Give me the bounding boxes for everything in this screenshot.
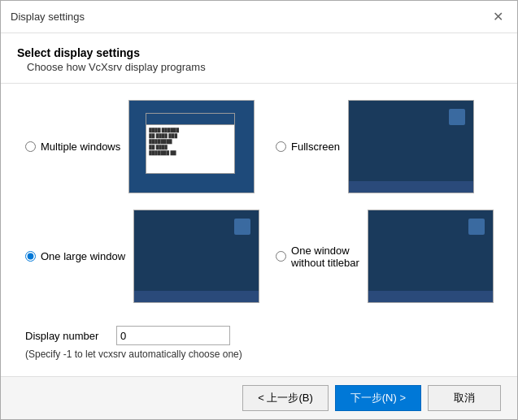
display-number-row: Display number 0: [25, 326, 493, 345]
option-no-titlebar: One windowwithout titlebar: [276, 210, 494, 303]
close-button[interactable]: ✕: [488, 7, 507, 27]
dialog: Display settings ✕ Select display settin…: [0, 0, 518, 420]
header-title: Select display settings: [17, 46, 501, 59]
display-number-section: Display number 0 (Specify -1 to let vcxs…: [25, 326, 493, 360]
desktop-icon-decoration-notitlebar: [468, 219, 485, 235]
display-number-hint: (Specify -1 to let vcxsrv automatically …: [25, 349, 493, 360]
win-titlebar: [146, 114, 234, 125]
option-radio-row-notitlebar: One windowwithout titlebar: [276, 245, 359, 269]
label-no-titlebar[interactable]: One windowwithout titlebar: [291, 245, 359, 269]
footer: < 上一步(B) 下一步(N) > 取消: [1, 376, 517, 419]
radio-one-large-window[interactable]: [25, 251, 36, 262]
options-grid: Multiple windows ████ ██████ ██ ████ ███…: [25, 100, 493, 303]
content-area: Multiple windows ████ ██████ ██ ████ ███…: [1, 84, 517, 376]
cancel-button[interactable]: 取消: [428, 385, 501, 411]
taskbar-decoration: [349, 181, 473, 193]
next-button[interactable]: 下一步(N) >: [335, 385, 421, 411]
label-multiple-windows[interactable]: Multiple windows: [41, 141, 120, 153]
header-section: Select display settings Choose how VcXsr…: [1, 33, 517, 84]
dialog-title: Display settings: [11, 11, 85, 23]
win-body: ████ ██████ ██ ████ ███ ████████ ██ ████…: [146, 125, 234, 158]
option-label-area-large: One large window: [25, 250, 125, 262]
preview-multiple-windows: ████ ██████ ██ ████ ███ ████████ ██ ████…: [128, 100, 255, 193]
option-radio-row: Multiple windows: [25, 141, 120, 153]
option-label-area-notitlebar: One windowwithout titlebar: [276, 245, 359, 269]
preview-no-titlebar: [368, 210, 494, 303]
header-subtitle: Choose how VcXsrv display programs: [27, 61, 501, 73]
taskbar-decoration-large: [134, 291, 259, 302]
preview-one-large-window: [133, 210, 259, 303]
preview-fullscreen: [348, 100, 474, 193]
taskbar-decoration-notitlebar: [368, 291, 493, 302]
radio-no-titlebar[interactable]: [276, 251, 286, 262]
option-label-area-fullscreen: Fullscreen: [276, 141, 340, 153]
option-one-large-window: One large window: [25, 210, 259, 303]
option-radio-row-large: One large window: [25, 250, 125, 262]
radio-fullscreen[interactable]: [276, 141, 286, 152]
display-number-label: Display number: [25, 330, 107, 342]
back-button[interactable]: < 上一步(B): [242, 385, 329, 411]
desktop-icon-decoration-large: [234, 219, 250, 235]
label-fullscreen[interactable]: Fullscreen: [291, 141, 340, 153]
option-label-area: Multiple windows: [25, 141, 120, 153]
inner-window-decoration: ████ ██████ ██ ████ ███ ████████ ██ ████…: [146, 113, 235, 174]
radio-multiple-windows[interactable]: [25, 141, 36, 152]
label-one-large-window[interactable]: One large window: [41, 250, 125, 262]
display-number-input[interactable]: 0: [116, 326, 230, 345]
option-fullscreen: Fullscreen: [276, 100, 494, 193]
option-multiple-windows: Multiple windows ████ ██████ ██ ████ ███…: [25, 100, 259, 193]
title-bar: Display settings ✕: [1, 1, 517, 33]
desktop-icon-decoration: [449, 109, 465, 125]
option-radio-row-fullscreen: Fullscreen: [276, 141, 340, 153]
